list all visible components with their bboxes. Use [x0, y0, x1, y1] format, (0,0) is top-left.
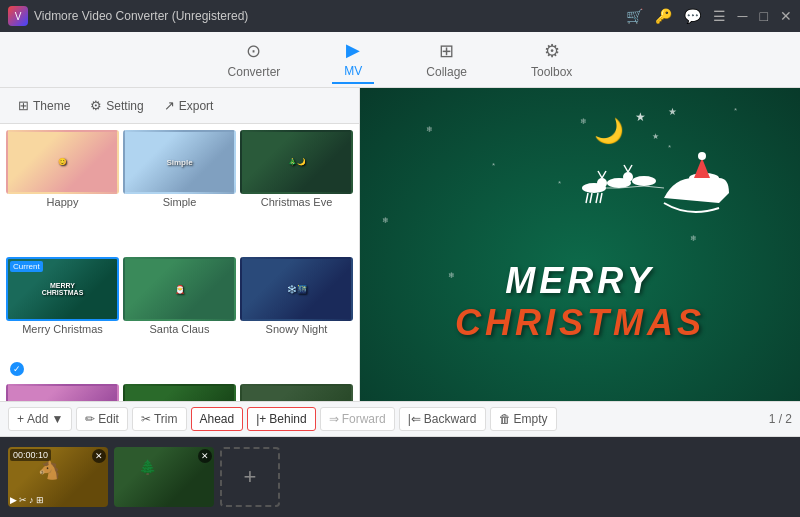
- theme-merry-christmas[interactable]: MERRYCHRISTMAS Current ✓ Merry Christmas: [6, 257, 119, 380]
- app-title: Vidmore Video Converter (Unregistered): [34, 9, 248, 23]
- theme-btn[interactable]: ⊞ Theme: [8, 94, 80, 117]
- preview-text: MERRY CHRISTMAS: [455, 260, 705, 344]
- theme-thumb-merry-christmas: MERRYCHRISTMAS Current: [6, 257, 119, 321]
- star-3: ★: [668, 106, 677, 117]
- tab-collage[interactable]: ⊞ Collage: [414, 36, 479, 83]
- close-icon[interactable]: ✕: [780, 8, 792, 24]
- tab-converter-label: Converter: [228, 65, 281, 79]
- edit-icon: ✏: [85, 412, 95, 426]
- tab-collage-label: Collage: [426, 65, 467, 79]
- export-nav-btn[interactable]: ↗ Export: [154, 94, 224, 117]
- nav-tabs: ⊙ Converter ▶ MV ⊞ Collage ⚙ Toolbox: [0, 32, 800, 88]
- svg-line-8: [598, 171, 602, 178]
- star-2: ★: [652, 132, 659, 141]
- svg-point-7: [597, 178, 607, 188]
- svg-line-3: [586, 193, 588, 203]
- theme-santa[interactable]: 🎅 Santa Claus: [123, 257, 236, 380]
- svg-line-5: [596, 193, 598, 203]
- svg-line-4: [590, 193, 592, 203]
- trim-btn[interactable]: ✂ Trim: [132, 407, 187, 431]
- tab-converter[interactable]: ⊙ Converter: [216, 36, 293, 83]
- cut-ctrl-1[interactable]: ✂: [19, 495, 27, 505]
- backward-btn[interactable]: |⇐ Backward: [399, 407, 486, 431]
- svg-line-6: [600, 193, 602, 203]
- titlebar: V Vidmore Video Converter (Unregistered)…: [0, 0, 800, 32]
- merry-text: MERRY: [455, 260, 705, 302]
- minimize-icon[interactable]: ─: [738, 8, 748, 24]
- app-icon: V: [8, 6, 28, 26]
- bottom-area: + Add ▼ ✏ Edit ✂ Trim Ahead |+ Behind ⇒ …: [0, 401, 800, 517]
- preview-bg: ❄ * ❄ * ❄ * ❄ * ❄ *: [360, 88, 800, 453]
- export-icon: ↗: [164, 98, 175, 113]
- ahead-label: Ahead: [200, 412, 235, 426]
- chat-icon[interactable]: 💬: [684, 8, 701, 24]
- edit-btn[interactable]: ✏ Edit: [76, 407, 128, 431]
- svg-point-14: [698, 152, 706, 160]
- empty-btn[interactable]: 🗑 Empty: [490, 407, 557, 431]
- add-more-icon: +: [244, 464, 257, 490]
- setting-label: Setting: [106, 99, 143, 113]
- theme-thumb-santa: 🎅: [123, 257, 236, 321]
- edit-label: Edit: [98, 412, 119, 426]
- tab-mv-label: MV: [344, 64, 362, 78]
- maximize-icon[interactable]: □: [760, 8, 768, 24]
- ahead-btn[interactable]: Ahead: [191, 407, 244, 431]
- forward-btn[interactable]: ⇒ Forward: [320, 407, 395, 431]
- theme-xmas-eve-label: Christmas Eve: [261, 196, 333, 208]
- sub-nav: ⊞ Theme ⚙ Setting ↗ Export: [0, 88, 359, 124]
- theme-thumb-happy: 😊: [6, 130, 119, 194]
- export-nav-label: Export: [179, 99, 214, 113]
- add-btn[interactable]: + Add ▼: [8, 407, 72, 431]
- christmas-text: CHRISTMAS: [455, 302, 705, 344]
- theme-icon: ⊞: [18, 98, 29, 113]
- backward-label: Backward: [424, 412, 477, 426]
- timeline-controls-1: ▶ ✂ ♪ ⊞: [10, 495, 44, 505]
- timeline-duration-1: 00:00:10: [10, 449, 51, 461]
- svg-point-10: [623, 172, 633, 182]
- toolbar: + Add ▼ ✏ Edit ✂ Trim Ahead |+ Behind ⇒ …: [0, 401, 800, 437]
- theme-thumb-snowy: ❄️🌃: [240, 257, 353, 321]
- timeline-item-2[interactable]: 🌲 ✕: [114, 447, 214, 507]
- setting-btn[interactable]: ⚙ Setting: [80, 94, 153, 117]
- titlebar-controls: 🛒 🔑 💬 ☰ ─ □ ✕: [626, 8, 792, 24]
- cart-icon[interactable]: 🛒: [626, 8, 643, 24]
- svg-line-11: [624, 165, 628, 172]
- timeline-item-1[interactable]: 🐴 00:00:10 ✕ ▶ ✂ ♪ ⊞: [8, 447, 108, 507]
- page-info: 1 / 2: [769, 412, 792, 426]
- behind-btn[interactable]: |+ Behind: [247, 407, 316, 431]
- key-icon[interactable]: 🔑: [655, 8, 672, 24]
- tab-mv[interactable]: ▶ MV: [332, 35, 374, 84]
- forward-icon: ⇒: [329, 412, 339, 426]
- add-icon: +: [17, 412, 24, 426]
- play-ctrl-1[interactable]: ▶: [10, 495, 17, 505]
- star-1: ★: [635, 110, 646, 124]
- timeline-close-2[interactable]: ✕: [198, 449, 212, 463]
- theme-simple-label: Simple: [163, 196, 197, 208]
- theme-santa-label: Santa Claus: [150, 323, 210, 335]
- current-badge: Current: [10, 261, 43, 272]
- theme-label: Theme: [33, 99, 70, 113]
- theme-happy[interactable]: 😊 Happy: [6, 130, 119, 253]
- titlebar-left: V Vidmore Video Converter (Unregistered): [8, 6, 248, 26]
- theme-snowy[interactable]: ❄️🌃 Snowy Night: [240, 257, 353, 380]
- theme-christmas-eve[interactable]: 🎄🌙 Christmas Eve: [240, 130, 353, 253]
- menu-icon[interactable]: ☰: [713, 8, 726, 24]
- behind-label: Behind: [269, 412, 306, 426]
- vol-ctrl-1[interactable]: ♪: [29, 495, 34, 505]
- converter-icon: ⊙: [246, 40, 261, 62]
- trim-icon: ✂: [141, 412, 151, 426]
- theme-simple[interactable]: Simple Simple: [123, 130, 236, 253]
- theme-thumb-simple: Simple: [123, 130, 236, 194]
- add-chevron: ▼: [51, 412, 63, 426]
- add-more-btn[interactable]: +: [220, 447, 280, 507]
- timeline: 🐴 00:00:10 ✕ ▶ ✂ ♪ ⊞ 🌲 ✕ +: [0, 437, 800, 517]
- preview-area: ❄ * ❄ * ❄ * ❄ * ❄ *: [360, 88, 800, 453]
- trash-icon: 🗑: [499, 412, 511, 426]
- tab-toolbox[interactable]: ⚙ Toolbox: [519, 36, 584, 83]
- check-badge: ✓: [10, 362, 24, 376]
- tab-toolbox-label: Toolbox: [531, 65, 572, 79]
- setting-icon: ⚙: [90, 98, 102, 113]
- crop-ctrl-1[interactable]: ⊞: [36, 495, 44, 505]
- timeline-close-1[interactable]: ✕: [92, 449, 106, 463]
- behind-icon: |+: [256, 412, 266, 426]
